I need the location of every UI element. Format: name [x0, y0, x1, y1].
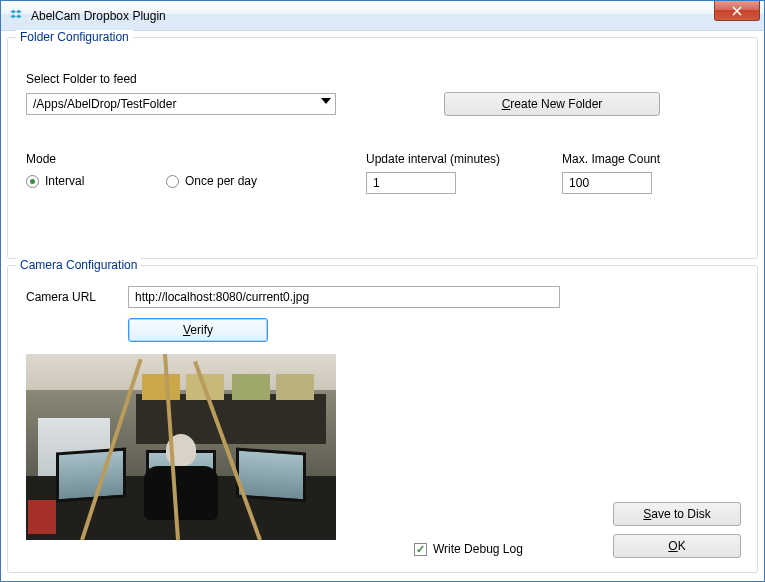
camera-url-input[interactable]	[128, 286, 560, 308]
select-folder-label: Select Folder to feed	[26, 72, 745, 86]
titlebar[interactable]: AbelCam Dropbox Plugin	[1, 1, 764, 31]
save-to-disk-button[interactable]: Save to Disk	[613, 502, 741, 526]
radio-icon	[26, 175, 39, 188]
camera-url-label: Camera URL	[26, 290, 128, 304]
window-title: AbelCam Dropbox Plugin	[31, 9, 714, 23]
mode-interval-label: Interval	[45, 174, 84, 188]
radio-icon	[166, 175, 179, 188]
checkbox-icon	[414, 543, 427, 556]
verify-button[interactable]: Verify	[128, 318, 268, 342]
chevron-down-icon	[321, 98, 331, 104]
mode-once-per-day-radio[interactable]: Once per day	[166, 174, 306, 188]
app-icon	[9, 8, 25, 24]
folder-select-combo[interactable]: /Apps/AbelDrop/TestFolder	[26, 93, 336, 115]
folder-config-legend: Folder Configuration	[16, 30, 133, 44]
dialog-content: Folder Configuration Select Folder to fe…	[1, 31, 764, 581]
write-debug-log-label: Write Debug Log	[433, 542, 523, 556]
update-interval-input[interactable]	[366, 172, 456, 194]
camera-config-legend: Camera Configuration	[16, 258, 141, 272]
folder-select-value: /Apps/AbelDrop/TestFolder	[33, 97, 176, 111]
mode-interval-radio[interactable]: Interval	[26, 174, 166, 188]
write-debug-log-checkbox[interactable]: Write Debug Log	[414, 542, 523, 556]
folder-config-group: Folder Configuration Select Folder to fe…	[7, 37, 758, 259]
ok-button[interactable]: OK	[613, 534, 741, 558]
dialog-window: AbelCam Dropbox Plugin Folder Configurat…	[0, 0, 765, 582]
mode-label: Mode	[26, 152, 166, 166]
camera-config-group: Camera Configuration Camera URL Verify	[7, 265, 758, 573]
create-folder-label-rest: reate New Folder	[510, 97, 602, 111]
create-new-folder-button[interactable]: Create New Folder	[444, 92, 660, 116]
camera-preview-image	[26, 354, 336, 540]
max-image-count-label: Max. Image Count	[562, 152, 660, 166]
mode-once-label: Once per day	[185, 174, 257, 188]
close-button[interactable]	[714, 1, 760, 21]
update-interval-label: Update interval (minutes)	[366, 152, 500, 166]
max-image-count-input[interactable]	[562, 172, 652, 194]
